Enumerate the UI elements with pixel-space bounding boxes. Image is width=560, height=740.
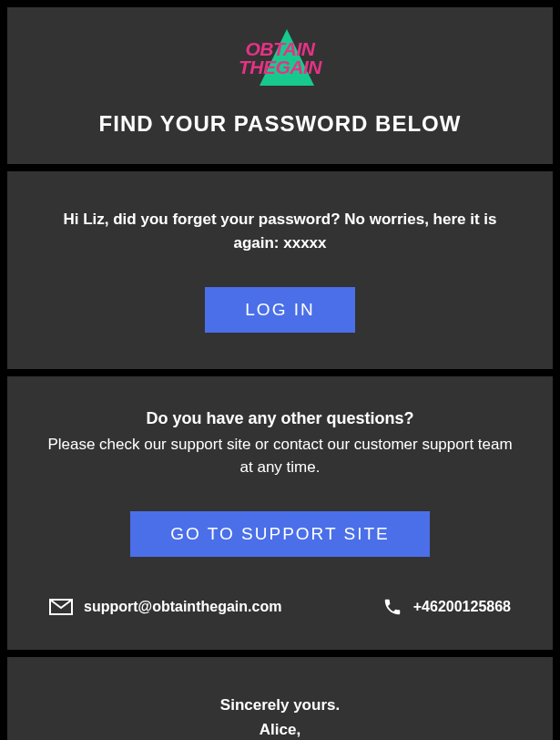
support-email[interactable]: support@obtainthegain.com [49,599,281,615]
support-question: Do you have any other questions? [44,409,516,428]
support-subtext: Please check our support site or contact… [44,434,516,478]
logo: OBTAIN THEGAIN [44,35,516,86]
logo-line2: THEGAIN [239,57,321,77]
signature-name: Alice, [44,718,516,740]
logo-text: OBTAIN THEGAIN [212,40,349,77]
login-button[interactable]: LOG IN [205,287,354,333]
support-phone-text: +46200125868 [413,599,511,615]
support-button[interactable]: GO TO SUPPORT SITE [130,511,429,557]
support-section: Do you have any other questions? Please … [7,376,553,650]
signature-section: Sincerely yours. Alice, Customer Care at… [7,657,553,740]
phone-icon [382,597,402,617]
greeting-text: Hi Liz, did you forget your password? No… [44,208,516,254]
header-section: OBTAIN THEGAIN FIND YOUR PASSWORD BELOW [7,7,553,164]
mail-icon [49,599,73,615]
contact-row: support@obtainthegain.com +46200125868 [44,597,516,617]
page-title: FIND YOUR PASSWORD BELOW [44,111,516,137]
signature-closing: Sincerely yours. [44,694,516,717]
support-phone[interactable]: +46200125868 [382,597,511,617]
support-email-text: support@obtainthegain.com [84,599,281,615]
password-section: Hi Liz, did you forget your password? No… [7,171,553,369]
